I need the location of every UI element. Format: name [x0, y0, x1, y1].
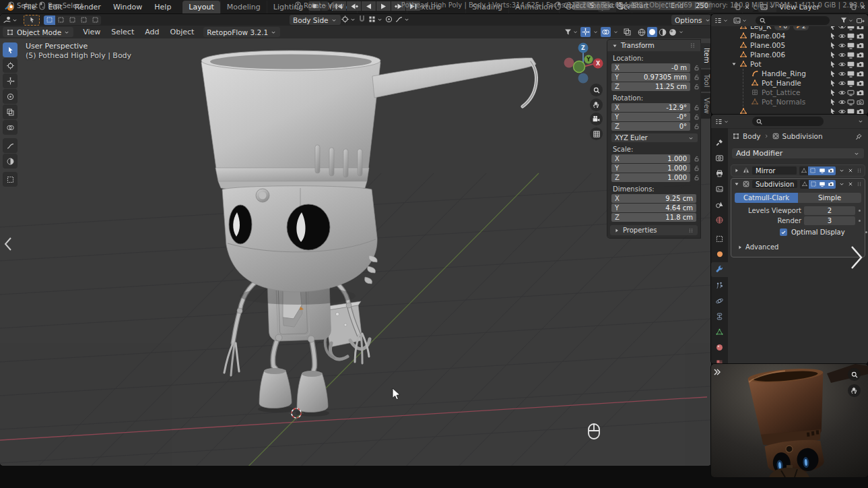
list-item[interactable]: Pot_Handle — [711, 78, 868, 88]
animate-dot[interactable] — [859, 220, 861, 222]
selectable-icon[interactable] — [828, 98, 837, 106]
eye-icon[interactable] — [838, 60, 846, 69]
menu-view[interactable]: View — [77, 28, 106, 36]
eye-icon[interactable] — [838, 41, 846, 50]
gizmo-z-neg[interactable] — [578, 73, 589, 84]
list-item[interactable]: Plane.006 — [711, 50, 868, 59]
mode-dropdown[interactable]: Object Mode — [3, 27, 73, 37]
preview-pan-hand-button[interactable] — [848, 384, 861, 397]
list-item[interactable]: Plane.005 — [711, 40, 868, 50]
monitor-icon[interactable] — [846, 41, 855, 50]
tool-measure[interactable] — [3, 154, 18, 169]
monitor-icon[interactable] — [846, 51, 855, 59]
toggle-realtime[interactable] — [818, 180, 827, 189]
selectable-icon[interactable] — [828, 88, 837, 97]
scale-y-field[interactable]: Y1.000 — [611, 164, 690, 173]
overlays-dropdown-icon[interactable] — [613, 29, 619, 35]
tool-transform[interactable] — [3, 120, 18, 135]
close-icon[interactable] — [847, 167, 854, 174]
region-expand-chevron-right[interactable] — [848, 244, 865, 271]
camera-icon[interactable] — [856, 60, 865, 69]
modifier-extras-icon[interactable] — [838, 167, 845, 174]
modifier-name-field[interactable]: Mirror — [752, 166, 797, 175]
lock-icon[interactable] — [693, 123, 700, 130]
modifier-extras-icon[interactable] — [838, 181, 845, 187]
monitor-icon[interactable] — [846, 60, 855, 69]
lock-icon[interactable] — [693, 83, 700, 90]
transform-orientation-dropdown[interactable]: Body Side — [290, 15, 341, 25]
overlays-toggle[interactable] — [601, 27, 611, 37]
close-icon[interactable] — [847, 181, 854, 187]
tab-view-layer-props[interactable] — [711, 181, 728, 196]
tab-layout[interactable]: Layout — [182, 1, 220, 14]
monitor-off-icon[interactable] — [846, 98, 855, 106]
tab-view[interactable]: View — [700, 93, 711, 119]
monitor-icon[interactable] — [846, 79, 855, 88]
camera-icon[interactable] — [856, 26, 865, 31]
camera-icon[interactable] — [856, 69, 865, 78]
catmull-clark-button[interactable]: Catmull-Clark — [735, 193, 798, 203]
options-dropdown[interactable]: Options — [671, 15, 711, 25]
pan-hand-button[interactable] — [590, 98, 603, 111]
properties-editor-type-button[interactable] — [714, 117, 729, 126]
eye-icon[interactable] — [838, 107, 846, 115]
region-expand-chevron-left[interactable] — [3, 237, 13, 251]
list-item[interactable]: Pot_Normals — [711, 97, 868, 106]
prev-keyframe-button[interactable] — [347, 1, 361, 11]
tab-particles-props[interactable] — [711, 278, 728, 293]
camera-icon[interactable] — [856, 107, 865, 115]
properties-search-input[interactable] — [752, 117, 824, 126]
snap-toggle-icon[interactable] — [358, 15, 366, 24]
location-y-field[interactable]: Y0.97305 mm — [611, 73, 690, 82]
preview-zoom-button[interactable] — [848, 368, 861, 381]
monitor-icon[interactable] — [846, 107, 855, 115]
active-tool-button[interactable] — [24, 15, 40, 26]
retopoflow-menu[interactable]: RetopoFlow 3.2.1 — [203, 27, 280, 37]
lock-icon[interactable] — [693, 104, 700, 111]
list-item[interactable]: Handle_Ring — [711, 69, 868, 78]
breadcrumb-modifier[interactable]: Subdivision — [782, 132, 823, 140]
list-item[interactable]: Leg_R 6 2 — [711, 26, 868, 31]
scale-z-field[interactable]: Z1.000 — [611, 173, 690, 182]
shading-wireframe-icon[interactable] — [637, 28, 646, 37]
toggle-edit-mode[interactable] — [809, 180, 817, 189]
lock-icon[interactable] — [693, 174, 700, 181]
camera-icon[interactable] — [856, 79, 865, 88]
render-levels-field[interactable]: 3 — [804, 216, 855, 225]
eye-icon[interactable] — [838, 88, 846, 97]
transform-panel-header[interactable]: Transform — [607, 40, 700, 51]
gizmos-dropdown-icon[interactable] — [593, 29, 599, 35]
shading-solid-button[interactable] — [647, 27, 657, 37]
lock-icon[interactable] — [693, 64, 700, 71]
expand-arrow-icon[interactable] — [731, 61, 737, 67]
select-mode-subtract[interactable] — [67, 16, 78, 25]
select-mode-invert[interactable] — [78, 16, 90, 25]
dimensions-y-field[interactable]: Y4.64 cm — [611, 204, 696, 212]
camera-icon[interactable] — [856, 41, 865, 50]
panel-grip-icon[interactable] — [689, 42, 696, 49]
toggle-edit-mode[interactable] — [808, 166, 817, 175]
play-reverse-button[interactable] — [362, 1, 376, 11]
selectable-icon[interactable] — [828, 69, 837, 78]
camera-icon[interactable] — [856, 88, 865, 97]
location-z-field[interactable]: Z11.25 cm — [611, 82, 690, 91]
toggle-edit-mode-cage[interactable] — [800, 180, 809, 189]
rotation-x-field[interactable]: X-12.9° — [611, 103, 690, 112]
simple-button[interactable]: Simple — [798, 193, 861, 203]
drag-handle-icon[interactable] — [856, 181, 863, 187]
dimensions-x-field[interactable]: X9.25 cm — [611, 194, 696, 203]
modifier-name-field[interactable]: Subdivision — [752, 180, 797, 188]
monitor-icon[interactable] — [846, 69, 855, 78]
animate-dot[interactable] — [865, 231, 867, 233]
menu-object[interactable]: Object — [165, 28, 200, 36]
play-button[interactable] — [376, 1, 391, 11]
gizmo-x-neg[interactable] — [564, 58, 574, 68]
camera-off-icon[interactable] — [856, 98, 865, 106]
tab-render-props[interactable] — [711, 150, 728, 165]
toggle-render[interactable] — [826, 166, 836, 175]
panel-grip-icon[interactable] — [688, 227, 694, 234]
expand-arrow-icon[interactable] — [733, 167, 740, 174]
dimensions-z-field[interactable]: Z11.8 cm — [611, 213, 696, 222]
tool-move[interactable] — [3, 73, 18, 88]
render-preview[interactable] — [711, 364, 868, 477]
